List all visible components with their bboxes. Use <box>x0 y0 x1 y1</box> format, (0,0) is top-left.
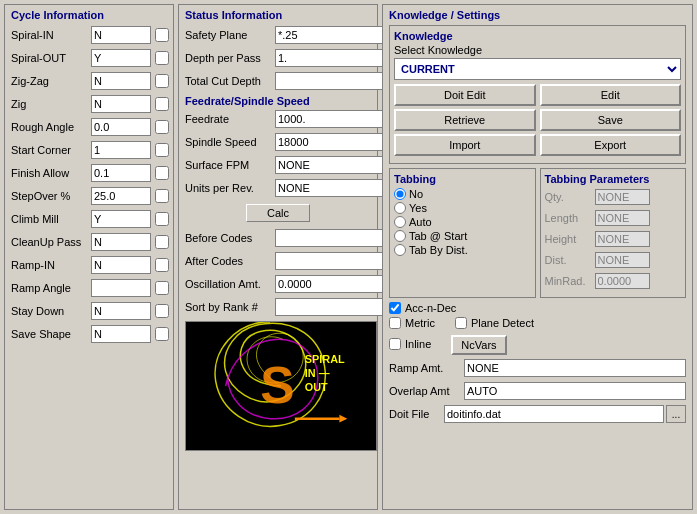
tab-param-label-4: MinRad. <box>545 275 595 287</box>
fr-field-label-2: Surface FPM <box>185 159 275 171</box>
left-field-checkbox-13[interactable] <box>155 327 169 341</box>
after-field-row-0: Before Codes <box>185 228 371 248</box>
metric-checkbox[interactable] <box>389 317 401 329</box>
svg-text:S: S <box>260 356 294 414</box>
left-field-input-8[interactable] <box>91 210 151 228</box>
fr-field-label-1: Spindle Speed <box>185 136 275 148</box>
tab-start-radio[interactable] <box>394 230 406 242</box>
tab-param-row-4: MinRad. <box>545 272 682 290</box>
left-field-row-4: Rough Angle <box>11 117 167 137</box>
left-field-input-5[interactable] <box>91 141 151 159</box>
edit-button[interactable]: Edit <box>540 84 682 106</box>
svg-text:SPIRAL: SPIRAL <box>305 353 345 365</box>
tab-param-input-4 <box>595 273 650 289</box>
tab-param-input-1 <box>595 210 650 226</box>
inline-ncvars-row: Inline NcVars <box>389 335 686 355</box>
after-field-row-3: Sort by Rank # <box>185 297 371 317</box>
left-field-label-3: Zig <box>11 98 91 110</box>
tab-param-row-2: Height <box>545 230 682 248</box>
fr-field-row-3: Units per Rev. <box>185 178 371 198</box>
inline-checkbox[interactable] <box>389 338 401 350</box>
left-field-label-11: Ramp Angle <box>11 282 91 294</box>
left-field-row-1: Spiral-OUT <box>11 48 167 68</box>
left-field-input-12[interactable] <box>91 302 151 320</box>
tab-param-row-3: Dist. <box>545 251 682 269</box>
left-field-checkbox-11[interactable] <box>155 281 169 295</box>
left-field-input-4[interactable] <box>91 118 151 136</box>
mid-field-row-0: Safety Plane <box>185 25 371 45</box>
doit-file-row: Doit File ... <box>389 404 686 424</box>
left-field-input-2[interactable] <box>91 72 151 90</box>
left-field-row-12: Stay Down <box>11 301 167 321</box>
left-field-checkbox-9[interactable] <box>155 235 169 249</box>
overlap-amt-input[interactable] <box>464 382 686 400</box>
fr-field-row-2: Surface FPM <box>185 155 371 175</box>
tab-no-label: No <box>409 188 423 200</box>
mid-field-row-2: Total Cut Depth <box>185 71 371 91</box>
left-field-row-11: Ramp Angle <box>11 278 167 298</box>
export-button[interactable]: Export <box>540 134 682 156</box>
mid-field-label-2: Total Cut Depth <box>185 75 275 87</box>
left-field-input-3[interactable] <box>91 95 151 113</box>
left-field-checkbox-6[interactable] <box>155 166 169 180</box>
tab-param-input-2 <box>595 231 650 247</box>
left-field-checkbox-12[interactable] <box>155 304 169 318</box>
save-button[interactable]: Save <box>540 109 682 131</box>
ramp-amt-input[interactable] <box>464 359 686 377</box>
mid-field-label-0: Safety Plane <box>185 29 275 41</box>
bottom-options: Acc-n-Dec Metric Plane Detect Inline NcV… <box>389 302 686 424</box>
inline-label: Inline <box>405 338 431 350</box>
knowledge-section: Knowledge Select Knowledge CURRENT Doit … <box>389 25 686 164</box>
tab-param-label-3: Dist. <box>545 254 595 266</box>
left-field-checkbox-7[interactable] <box>155 189 169 203</box>
left-field-label-12: Stay Down <box>11 305 91 317</box>
left-field-input-0[interactable] <box>91 26 151 44</box>
plane-detect-checkbox[interactable] <box>455 317 467 329</box>
doit-file-input[interactable] <box>444 405 664 423</box>
knowledge-settings-panel: Knowledge / Settings Knowledge Select Kn… <box>382 4 693 510</box>
doit-file-browse-button[interactable]: ... <box>666 405 686 423</box>
left-field-checkbox-10[interactable] <box>155 258 169 272</box>
doit-edit-button[interactable]: Doit Edit <box>394 84 536 106</box>
left-field-checkbox-3[interactable] <box>155 97 169 111</box>
acc-n-dec-checkbox[interactable] <box>389 302 401 314</box>
tab-dist-label: Tab By Dist. <box>409 244 468 256</box>
left-field-input-10[interactable] <box>91 256 151 274</box>
feedrate-title: Feedrate/Spindle Speed <box>185 95 371 107</box>
import-button[interactable]: Import <box>394 134 536 156</box>
left-field-input-9[interactable] <box>91 233 151 251</box>
tab-no-row: No <box>394 188 531 200</box>
mid-field-label-1: Depth per Pass <box>185 52 275 64</box>
tabbing-header: Tabbing <box>394 173 531 185</box>
retrieve-button[interactable]: Retrieve <box>394 109 536 131</box>
left-field-checkbox-1[interactable] <box>155 51 169 65</box>
left-field-checkbox-0[interactable] <box>155 28 169 42</box>
left-field-checkbox-2[interactable] <box>155 74 169 88</box>
left-field-input-6[interactable] <box>91 164 151 182</box>
left-field-input-1[interactable] <box>91 49 151 67</box>
knowledge-dropdown[interactable]: CURRENT <box>394 58 681 80</box>
left-field-checkbox-5[interactable] <box>155 143 169 157</box>
left-field-checkbox-8[interactable] <box>155 212 169 226</box>
left-field-input-13[interactable] <box>91 325 151 343</box>
left-field-label-2: Zig-Zag <box>11 75 91 87</box>
ncvars-button[interactable]: NcVars <box>451 335 506 355</box>
after-field-row-1: After Codes <box>185 251 371 271</box>
tab-param-row-1: Length <box>545 209 682 227</box>
tab-param-label-1: Length <box>545 212 595 224</box>
left-field-label-7: StepOver % <box>11 190 91 202</box>
left-field-label-4: Rough Angle <box>11 121 91 133</box>
left-field-input-7[interactable] <box>91 187 151 205</box>
tab-auto-radio[interactable] <box>394 216 406 228</box>
tab-dist-radio[interactable] <box>394 244 406 256</box>
left-field-row-0: Spiral-IN <box>11 25 167 45</box>
tab-param-row-0: Qty. <box>545 188 682 206</box>
after-field-label-2: Oscillation Amt. <box>185 278 275 290</box>
left-field-input-11[interactable] <box>91 279 151 297</box>
inline-row: Inline <box>389 338 431 350</box>
left-field-checkbox-4[interactable] <box>155 120 169 134</box>
tab-no-radio[interactable] <box>394 188 406 200</box>
calc-button[interactable]: Calc <box>246 204 310 222</box>
tab-yes-radio[interactable] <box>394 202 406 214</box>
tab-param-label-2: Height <box>545 233 595 245</box>
